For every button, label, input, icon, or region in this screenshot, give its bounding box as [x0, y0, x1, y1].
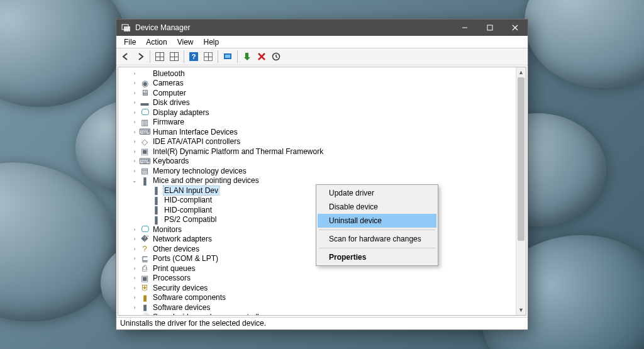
chevron-right-icon[interactable]: ›	[131, 235, 138, 243]
chevron-right-icon[interactable]: ›	[131, 138, 138, 145]
scan-hardware-button[interactable]	[269, 50, 283, 64]
tree-node-label: Human Interface Devices	[152, 128, 238, 136]
chevron-right-icon[interactable]	[142, 196, 150, 204]
tree-node-label: Memory technology devices	[152, 167, 247, 175]
chevron-right-icon[interactable]: ›	[131, 313, 138, 315]
security-icon: ⛨	[140, 283, 150, 293]
chevron-right-icon[interactable]: ›	[131, 99, 138, 106]
mouse-icon: ❚	[151, 205, 161, 215]
menubar: File Action View Help	[116, 36, 528, 48]
mouse-icon: ❚	[151, 195, 161, 205]
toolbar-separator	[218, 50, 218, 63]
tree-node-label: Other devices	[152, 245, 200, 253]
tree-node-label: Mice and other pointing devices	[152, 176, 260, 185]
ctx-update-driver[interactable]: Update driver	[318, 186, 436, 200]
forward-button[interactable]	[133, 50, 147, 64]
tree-node[interactable]: ›▮Software devices	[118, 302, 516, 313]
context-menu: Update driver Disable device Uninstall d…	[316, 184, 438, 266]
titlebar[interactable]: Device Manager	[116, 19, 528, 36]
ctx-uninstall-device[interactable]: Uninstall device	[318, 214, 436, 228]
help-button[interactable]: ?	[187, 50, 201, 64]
chevron-right-icon[interactable]: ›	[131, 157, 138, 165]
maximize-button[interactable]	[477, 19, 502, 36]
status-text: Uninstalls the driver for the selected d…	[120, 319, 266, 328]
tree-node[interactable]: ›◇IDE ATA/ATAPI controllers	[118, 137, 516, 147]
tree-node-label: Print queues	[152, 264, 196, 273]
chevron-right-icon[interactable]: ›	[131, 167, 138, 175]
tree-node[interactable]: ›⌨Human Interface Devices	[118, 127, 516, 137]
ctx-disable-device[interactable]: Disable device	[318, 200, 436, 214]
chevron-right-icon[interactable]: ›	[131, 265, 138, 272]
tree-node-label: Computer	[152, 89, 187, 97]
print-icon: ⎙	[140, 263, 150, 274]
ctx-scan-hardware[interactable]: Scan for hardware changes	[318, 232, 436, 246]
chevron-right-icon[interactable]: ›	[131, 245, 138, 253]
chevron-right-icon[interactable]: ›	[131, 284, 138, 292]
tree-node[interactable]: ›🔊Sound, video and game controllers	[118, 313, 516, 316]
menu-help[interactable]: Help	[199, 36, 225, 48]
tree-node-label: Software devices	[152, 303, 211, 312]
chevron-right-icon[interactable]	[142, 216, 150, 223]
scroll-up-icon[interactable]: ▲	[516, 67, 526, 77]
tree-node-label: Bluetooth	[152, 69, 186, 78]
tree-node[interactable]: ›◉Cameras	[118, 79, 516, 89]
ctx-properties[interactable]: Properties	[318, 250, 436, 264]
tree-node[interactable]: ›⛨Security devices	[118, 283, 516, 293]
tree-node[interactable]: ›▤Memory technology devices	[118, 166, 516, 176]
minimize-button[interactable]	[452, 19, 477, 36]
tree-node-label: HID-compliant	[164, 196, 213, 204]
chevron-right-icon[interactable]: ›	[131, 274, 138, 282]
menu-action[interactable]: Action	[141, 36, 172, 48]
tree-node[interactable]: ›▣Intel(R) Dynamic Platform and Thermal …	[118, 147, 516, 157]
properties-button[interactable]	[201, 50, 215, 64]
menu-file[interactable]: File	[119, 36, 141, 48]
uninstall-device-button[interactable]	[255, 50, 269, 64]
tree-node-label: Keyboards	[152, 157, 189, 165]
memory-icon: ▤	[140, 166, 150, 176]
tree-node[interactable]: ›⌨Keyboards	[118, 157, 516, 167]
toolbar-separator	[184, 50, 184, 63]
close-button[interactable]	[502, 19, 528, 36]
menu-view[interactable]: View	[172, 36, 199, 48]
chevron-right-icon[interactable]: ›	[131, 294, 138, 301]
chevron-right-icon[interactable]: ›	[131, 89, 138, 97]
chevron-right-icon[interactable]: ›	[131, 118, 138, 126]
tree-node[interactable]: ›▥Firmware	[118, 118, 516, 128]
tree-node-label: HID-compliant	[164, 206, 213, 214]
chevron-right-icon[interactable]	[142, 206, 150, 214]
enable-device-button[interactable]	[240, 50, 254, 64]
tree-node[interactable]: ›▮Software components	[118, 293, 516, 303]
chevron-down-icon[interactable]: ⌄	[131, 177, 138, 184]
mouse-icon: ❚	[151, 186, 161, 196]
chevron-right-icon[interactable]	[142, 187, 150, 194]
chevron-right-icon[interactable]: ›	[131, 109, 138, 116]
update-driver-button[interactable]	[221, 50, 235, 64]
scroll-thumb[interactable]	[518, 77, 525, 241]
scroll-down-icon[interactable]: ▼	[516, 305, 526, 315]
chevron-right-icon[interactable]: ›	[131, 304, 138, 311]
tree-node[interactable]: ›🖥Computer	[118, 88, 516, 98]
chevron-right-icon[interactable]: ›	[131, 255, 138, 262]
chevron-right-icon[interactable]: ›	[131, 79, 138, 87]
properties-grid-button[interactable]	[167, 50, 181, 64]
softdev-icon: ▮	[140, 302, 150, 313]
chevron-right-icon[interactable]: ›	[131, 148, 138, 155]
chevron-right-icon[interactable]: ›	[131, 70, 138, 77]
vertical-scrollbar[interactable]: ▲ ▼	[516, 67, 526, 315]
back-button[interactable]	[119, 50, 133, 64]
other-icon: ?	[140, 244, 150, 254]
ctx-separator	[319, 248, 435, 248]
tree-node-label: Ports (COM & LPT)	[152, 254, 219, 263]
tree-node-label: IDE ATA/ATAPI controllers	[152, 137, 241, 146]
tree-node[interactable]: ›Bluetooth	[118, 69, 516, 79]
chevron-right-icon[interactable]: ›	[131, 226, 138, 233]
chevron-right-icon[interactable]: ›	[131, 128, 138, 136]
tree-node[interactable]: ›▣Processors	[118, 274, 516, 284]
tree-node[interactable]: ›▬Disk drives	[118, 98, 516, 108]
chip-icon: ▣	[140, 147, 150, 157]
tree-node[interactable]: ›🖵Display adapters	[118, 108, 516, 118]
tree-node-label: Cameras	[152, 79, 184, 87]
cpu-icon: ▣	[140, 273, 150, 283]
sound-icon: 🔊	[140, 312, 150, 315]
show-hide-tree-button[interactable]	[153, 50, 167, 64]
